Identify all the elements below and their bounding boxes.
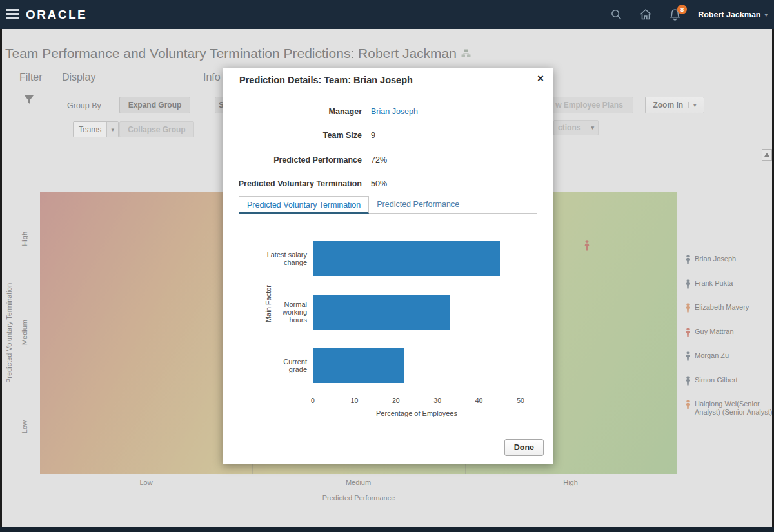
- bar-category-label: Current grade: [266, 358, 307, 373]
- bar-row: Normal working hours: [313, 295, 521, 330]
- bar-category-label: Latest salary change: [266, 251, 307, 266]
- dialog-title: Prediction Details: Team: Brian Joseph: [239, 75, 413, 85]
- x-tick-label: 30: [433, 397, 441, 404]
- field-row-predicted-voluntary-termination: Predicted Voluntary Termination 50%: [223, 172, 553, 197]
- done-button[interactable]: Done: [504, 439, 544, 456]
- bottom-bar: [0, 527, 774, 532]
- main-factor-bar-chart: Main Factor Latest salary changeNormal w…: [241, 215, 544, 429]
- home-icon[interactable]: [639, 8, 652, 21]
- close-icon[interactable]: ×: [537, 72, 544, 85]
- bar[interactable]: [313, 241, 500, 276]
- chart-x-axis-title: Percentage of Employees: [313, 409, 521, 417]
- bar-category-label: Normal working hours: [266, 300, 307, 324]
- bar[interactable]: [313, 295, 450, 330]
- bar-row: Current grade: [313, 348, 521, 383]
- top-navigation-bar: ORACLE 8 Robert Jackman ▾: [0, 0, 774, 29]
- x-tick-label: 20: [392, 397, 400, 404]
- detail-fields: Manager Brian Joseph Team Size 9 Predict…: [223, 99, 553, 196]
- user-name: Robert Jackman: [698, 10, 760, 19]
- x-tick-label: 10: [351, 397, 359, 404]
- window-edge: [0, 0, 2, 532]
- notifications-bell-icon[interactable]: 8: [669, 8, 681, 21]
- tab-predicted-performance[interactable]: Predicted Performance: [369, 196, 467, 213]
- x-tick-label: 0: [311, 397, 315, 404]
- manager-link[interactable]: Brian Joseph: [371, 107, 418, 116]
- hamburger-menu-icon[interactable]: [6, 9, 19, 21]
- field-row-team-size: Team Size 9: [223, 124, 553, 148]
- notification-count-badge: 8: [677, 5, 687, 14]
- search-icon[interactable]: [610, 8, 622, 21]
- chart-x-axis-line: [313, 393, 522, 393]
- field-row-predicted-performance: Predicted Performance 72%: [223, 148, 553, 172]
- field-row-manager: Manager Brian Joseph: [223, 99, 553, 124]
- x-ticks: 01020304050: [313, 397, 521, 406]
- bar[interactable]: [313, 348, 404, 383]
- x-tick-label: 50: [517, 397, 524, 404]
- user-menu[interactable]: Robert Jackman ▾: [698, 10, 768, 19]
- x-tick-label: 40: [475, 397, 483, 404]
- bar-row: Latest salary change: [313, 241, 521, 276]
- chevron-down-icon: ▾: [764, 12, 768, 18]
- prediction-details-dialog: Prediction Details: Team: Brian Joseph ×…: [223, 68, 553, 464]
- oracle-logo: ORACLE: [26, 0, 87, 29]
- tab-predicted-voluntary-termination[interactable]: Predicted Voluntary Termination: [239, 196, 369, 214]
- bar-plot: Latest salary changeNormal working hours…: [313, 232, 521, 393]
- dialog-tabs: Predicted Voluntary Termination Predicte…: [239, 196, 537, 214]
